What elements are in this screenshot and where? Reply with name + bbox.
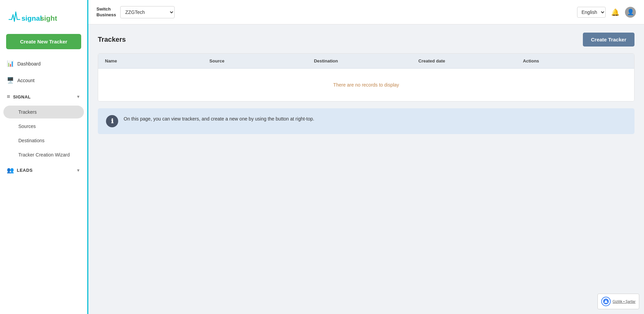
main-area: Switch Business ZZGTech English Türkçe 🔔… <box>88 0 644 314</box>
sidebar-item-dashboard[interactable]: 📊 Dashboard <box>0 55 87 72</box>
logo-area: signal sight <box>0 0 87 31</box>
column-created-date: Created date <box>418 58 523 63</box>
sidebar-section-leads[interactable]: 👥 LEADS ▼ <box>0 162 87 179</box>
info-box: ℹ On this page, you can view trackers, a… <box>98 108 634 134</box>
sidebar-item-sources[interactable]: Sources <box>3 120 84 133</box>
create-new-tracker-button[interactable]: Create New Tracker <box>6 34 81 49</box>
user-avatar[interactable]: 👤 <box>625 7 636 18</box>
column-destination: Destination <box>314 58 418 63</box>
column-source: Source <box>210 58 314 63</box>
sidebar-item-account-label: Account <box>17 78 35 83</box>
leads-section-icon: 👥 <box>7 167 14 174</box>
svg-text:signal: signal <box>21 14 42 22</box>
info-icon: ℹ <box>106 115 118 127</box>
sidebar-item-trackers[interactable]: Trackers <box>3 106 84 118</box>
sidebar-section-leads-label: LEADS <box>17 168 33 173</box>
column-actions: Actions <box>523 58 627 63</box>
notification-bell-icon[interactable]: 🔔 <box>611 8 620 16</box>
sidebar-item-dashboard-label: Dashboard <box>17 61 41 67</box>
create-tracker-button[interactable]: Create Tracker <box>583 33 634 47</box>
sidebar-sources-label: Sources <box>18 124 36 129</box>
svg-text:sight: sight <box>40 14 57 22</box>
sidebar-item-tracker-creation-wizard[interactable]: Tracker Creation Wizard <box>3 148 84 161</box>
topbar-right: English Türkçe 🔔 👤 <box>577 7 636 18</box>
table-empty-message: There are no records to display <box>98 69 634 101</box>
language-select[interactable]: English Türkçe <box>577 7 606 18</box>
user-avatar-icon: 👤 <box>627 8 634 16</box>
recaptcha-footer-text[interactable]: Gizlilik • Şartlar <box>613 300 636 303</box>
sidebar-trackers-label: Trackers <box>18 109 37 115</box>
logo: signal sight <box>7 9 61 24</box>
sidebar-section-signal-label: SIGNAL <box>13 94 31 99</box>
sidebar: signal sight Create New Tracker 📊 Dashbo… <box>0 0 88 314</box>
business-select[interactable]: ZZGTech <box>120 6 175 18</box>
sidebar-wizard-label: Tracker Creation Wizard <box>18 152 70 158</box>
sidebar-item-destinations[interactable]: Destinations <box>3 134 84 147</box>
column-name: Name <box>105 58 210 63</box>
signal-chevron-icon: ▼ <box>76 94 80 99</box>
account-icon: 🖥️ <box>7 77 14 84</box>
recaptcha-badge: Gizlilik • Şartlar <box>597 294 639 309</box>
topbar: Switch Business ZZGTech English Türkçe 🔔… <box>88 0 644 24</box>
recaptcha-logo <box>601 297 611 306</box>
sidebar-section-signal[interactable]: ≡ SIGNAL ▼ <box>0 89 87 105</box>
table-header: Name Source Destination Created date Act… <box>98 54 634 69</box>
dashboard-icon: 📊 <box>7 60 14 67</box>
switch-business-label: Switch Business <box>96 6 116 18</box>
leads-chevron-icon: ▼ <box>76 168 80 173</box>
sidebar-destinations-label: Destinations <box>18 138 44 143</box>
sidebar-item-account[interactable]: 🖥️ Account <box>0 72 87 89</box>
signal-section-icon: ≡ <box>7 93 10 100</box>
page-header: Trackers Create Tracker <box>98 33 634 47</box>
content-area: Trackers Create Tracker Name Source Dest… <box>88 24 644 314</box>
tracker-table: Name Source Destination Created date Act… <box>98 53 634 101</box>
page-title: Trackers <box>98 36 126 43</box>
info-text: On this page, you can view trackers, and… <box>124 115 314 123</box>
